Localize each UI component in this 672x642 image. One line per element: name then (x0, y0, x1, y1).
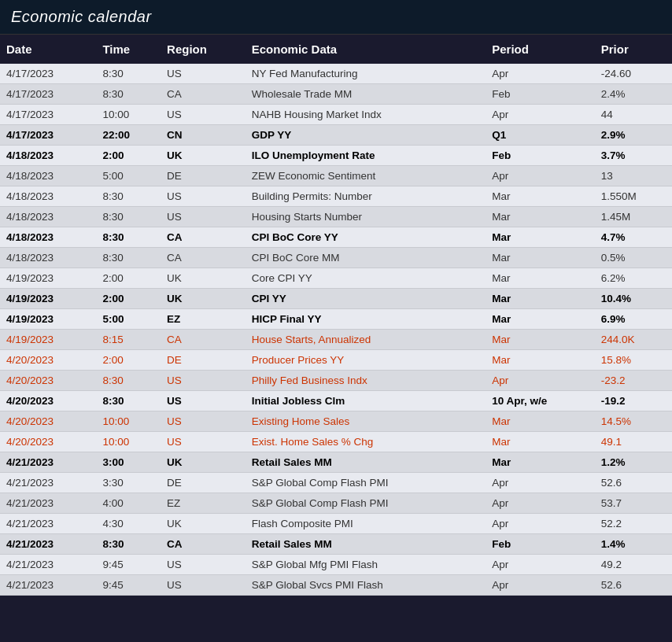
cell-date: 4/18/2023 (0, 146, 96, 166)
col-date: Date (0, 35, 96, 64)
table-row: 4/18/20238:30CACPI BoC Core MMMar0.5% (0, 248, 672, 268)
cell-economic-data: Retail Sales MM (246, 534, 486, 555)
cell-prior: 4.7% (595, 227, 672, 248)
cell-economic-data: Flash Composite PMI (246, 514, 486, 534)
cell-date: 4/20/2023 (0, 350, 96, 371)
cell-period: Apr (486, 371, 594, 391)
cell-economic-data: S&P Global Mfg PMI Flash (246, 555, 486, 575)
cell-period: Mar (486, 248, 594, 268)
cell-time: 8:30 (96, 186, 161, 207)
cell-prior: 244.0K (595, 330, 672, 350)
table-row: 4/20/20238:30USPhilly Fed Business IndxA… (0, 371, 672, 391)
cell-period: Feb (486, 146, 594, 166)
cell-region: CA (161, 534, 246, 555)
cell-period: Mar (486, 432, 594, 452)
cell-period: Apr (486, 105, 594, 125)
cell-prior: 1.2% (595, 452, 672, 473)
cell-date: 4/20/2023 (0, 411, 96, 432)
cell-date: 4/21/2023 (0, 555, 96, 575)
cell-region: US (161, 432, 246, 452)
economic-calendar-table: Date Time Region Economic Data Period Pr… (0, 35, 672, 596)
col-economic-data: Economic Data (246, 35, 486, 64)
cell-date: 4/19/2023 (0, 330, 96, 350)
cell-time: 4:30 (96, 514, 161, 534)
cell-date: 4/17/2023 (0, 84, 96, 105)
cell-time: 4:00 (96, 493, 161, 514)
cell-region: US (161, 391, 246, 411)
cell-prior: 2.9% (595, 125, 672, 146)
cell-time: 10:00 (96, 411, 161, 432)
cell-period: Q1 (486, 125, 594, 146)
cell-time: 3:30 (96, 473, 161, 493)
cell-region: DE (161, 473, 246, 493)
cell-region: US (161, 555, 246, 575)
cell-region: US (161, 207, 246, 227)
cell-time: 9:45 (96, 555, 161, 575)
table-row: 4/20/20238:30USInitial Jobless Clm10 Apr… (0, 391, 672, 411)
cell-prior: -19.2 (595, 391, 672, 411)
table-row: 4/18/20235:00DEZEW Economic SentimentApr… (0, 166, 672, 186)
table-row: 4/21/20234:00EZS&P Global Comp Flash PMI… (0, 493, 672, 514)
cell-prior: 1.45M (595, 207, 672, 227)
cell-economic-data: ZEW Economic Sentiment (246, 166, 486, 186)
cell-prior: 53.7 (595, 493, 672, 514)
cell-period: Apr (486, 575, 594, 596)
cell-period: Mar (486, 309, 594, 330)
cell-time: 8:30 (96, 391, 161, 411)
cell-period: Mar (486, 207, 594, 227)
cell-region: UK (161, 146, 246, 166)
table-row: 4/21/20238:30CARetail Sales MMFeb1.4% (0, 534, 672, 555)
cell-period: Apr (486, 166, 594, 186)
table-row: 4/21/20239:45USS&P Global Svcs PMI Flash… (0, 575, 672, 596)
cell-period: Mar (486, 330, 594, 350)
cell-economic-data: Retail Sales MM (246, 452, 486, 473)
cell-prior: 52.6 (595, 473, 672, 493)
cell-period: Mar (486, 411, 594, 432)
cell-prior: 13 (595, 166, 672, 186)
col-region: Region (161, 35, 246, 64)
cell-prior: 14.5% (595, 411, 672, 432)
cell-date: 4/21/2023 (0, 514, 96, 534)
cell-region: DE (161, 166, 246, 186)
cell-region: CN (161, 125, 246, 146)
cell-period: Apr (486, 473, 594, 493)
cell-time: 2:00 (96, 289, 161, 309)
cell-date: 4/21/2023 (0, 452, 96, 473)
cell-time: 8:30 (96, 534, 161, 555)
cell-period: Mar (486, 350, 594, 371)
cell-economic-data: Philly Fed Business Indx (246, 371, 486, 391)
cell-date: 4/20/2023 (0, 371, 96, 391)
cell-economic-data: NY Fed Manufacturing (246, 64, 486, 84)
cell-period: Feb (486, 534, 594, 555)
cell-time: 10:00 (96, 432, 161, 452)
cell-date: 4/19/2023 (0, 268, 96, 289)
cell-time: 2:00 (96, 268, 161, 289)
cell-region: US (161, 371, 246, 391)
table-row: 4/18/20238:30USBuilding Permits: NumberM… (0, 186, 672, 207)
cell-region: UK (161, 514, 246, 534)
cell-period: Mar (486, 186, 594, 207)
cell-time: 3:00 (96, 452, 161, 473)
cell-region: UK (161, 452, 246, 473)
cell-economic-data: House Starts, Annualized (246, 330, 486, 350)
cell-economic-data: Building Permits: Number (246, 186, 486, 207)
cell-economic-data: CPI BoC Core MM (246, 248, 486, 268)
cell-time: 10:00 (96, 105, 161, 125)
cell-period: Apr (486, 514, 594, 534)
table-row: 4/17/202322:00CNGDP YYQ12.9% (0, 125, 672, 146)
table-row: 4/20/20232:00DEProducer Prices YYMar15.8… (0, 350, 672, 371)
cell-date: 4/19/2023 (0, 289, 96, 309)
cell-period: Mar (486, 289, 594, 309)
cell-date: 4/18/2023 (0, 227, 96, 248)
cell-time: 9:45 (96, 575, 161, 596)
cell-period: Apr (486, 555, 594, 575)
table-header-row: Date Time Region Economic Data Period Pr… (0, 35, 672, 64)
cell-region: US (161, 411, 246, 432)
cell-economic-data: Producer Prices YY (246, 350, 486, 371)
cell-date: 4/18/2023 (0, 186, 96, 207)
cell-period: Apr (486, 493, 594, 514)
cell-prior: -24.60 (595, 64, 672, 84)
col-period: Period (486, 35, 594, 64)
table-row: 4/18/20232:00UKILO Unemployment RateFeb3… (0, 146, 672, 166)
cell-economic-data: HICP Final YY (246, 309, 486, 330)
